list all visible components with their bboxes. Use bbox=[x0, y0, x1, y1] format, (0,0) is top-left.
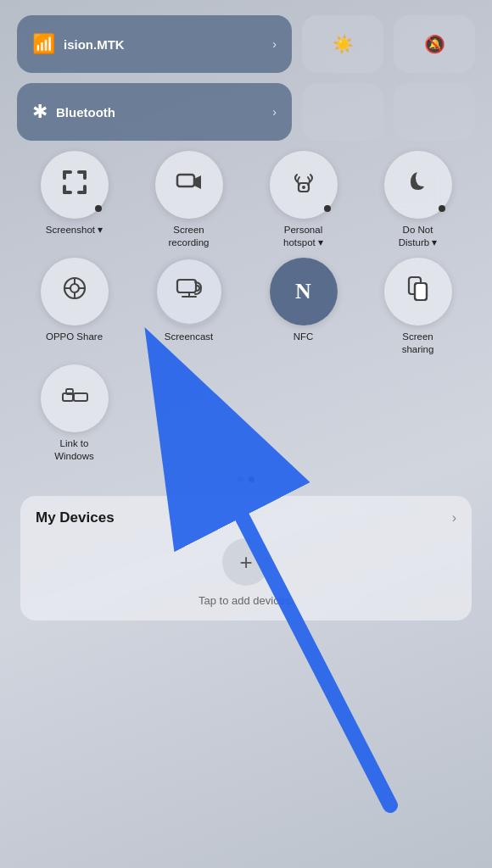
moon-icon bbox=[405, 170, 431, 201]
bluetooth-tile[interactable]: ✱ Bluetooth › bbox=[17, 83, 292, 141]
add-device-button[interactable]: + bbox=[222, 538, 270, 586]
svg-rect-25 bbox=[66, 389, 73, 394]
grid-item-screen-sharing: Screensharing bbox=[364, 258, 472, 356]
bluetooth-label: Bluetooth bbox=[56, 105, 264, 120]
grid-item-dnd: Do NotDisturb ▾ bbox=[364, 151, 472, 249]
brightness-icon: ☀️ bbox=[333, 34, 354, 54]
wifi-label: ision.MTK bbox=[64, 37, 264, 52]
grid-item-screenshot: Screenshot ▾ bbox=[20, 151, 128, 249]
wifi-icon: 📶 bbox=[32, 33, 55, 55]
grid-item-link-windows: Link toWindows bbox=[20, 364, 128, 463]
do-not-disturb-button[interactable] bbox=[384, 151, 452, 219]
grid-item-screencast: Screencast bbox=[135, 258, 243, 356]
bluetooth-chevron: › bbox=[272, 105, 277, 119]
plus-icon: + bbox=[239, 551, 252, 573]
controls-grid: Screenshot ▾ Screenrecording bbox=[17, 151, 475, 463]
screencast-label: Screencast bbox=[165, 331, 214, 343]
pagination bbox=[17, 473, 475, 486]
dnd-label: Do NotDisturb ▾ bbox=[399, 224, 438, 249]
oppo-share-icon bbox=[60, 274, 89, 309]
top-row: 📶 ision.MTK › ☀️ 🔕 bbox=[17, 15, 475, 73]
bell-slash-icon: 🔕 bbox=[424, 34, 445, 54]
add-device-label: Tap to add devices. bbox=[36, 594, 456, 607]
screenshot-icon bbox=[60, 168, 89, 203]
wifi-chevron: › bbox=[272, 37, 277, 51]
oppo-share-label: OPPO Share bbox=[46, 331, 103, 343]
devices-chevron[interactable]: › bbox=[452, 510, 456, 526]
screencast-button[interactable] bbox=[155, 258, 223, 326]
brightness-tile[interactable]: ☀️ bbox=[302, 15, 383, 73]
bluetooth-row: ✱ Bluetooth › bbox=[17, 83, 475, 141]
svg-rect-5 bbox=[63, 185, 66, 194]
svg-rect-8 bbox=[177, 175, 194, 186]
empty-tile-2 bbox=[394, 83, 475, 141]
link-to-windows-icon bbox=[60, 381, 89, 415]
hotspot-label: Personalhotspot ▾ bbox=[283, 224, 323, 249]
empty-tile-1 bbox=[302, 83, 383, 141]
bluetooth-icon: ✱ bbox=[32, 101, 48, 123]
svg-rect-1 bbox=[63, 170, 66, 180]
devices-title: My Devices bbox=[36, 509, 115, 526]
wifi-tile[interactable]: 📶 ision.MTK › bbox=[17, 15, 292, 73]
screenshot-label: Screenshot ▾ bbox=[46, 224, 103, 236]
svg-rect-23 bbox=[74, 393, 87, 401]
screenshot-badge bbox=[95, 205, 102, 212]
svg-rect-18 bbox=[177, 280, 196, 292]
screen-recording-icon bbox=[176, 169, 203, 202]
grid-item-screen-recording: Screenrecording bbox=[135, 151, 243, 249]
hotspot-badge bbox=[324, 205, 331, 212]
silent-tile[interactable]: 🔕 bbox=[394, 15, 475, 73]
grid-item-hotspot: Personalhotspot ▾ bbox=[249, 151, 357, 249]
svg-point-13 bbox=[70, 284, 79, 292]
dnd-badge bbox=[439, 205, 445, 212]
link-to-windows-button[interactable] bbox=[41, 364, 109, 432]
svg-rect-3 bbox=[83, 170, 87, 180]
hotspot-icon bbox=[289, 168, 318, 203]
screen-sharing-label: Screensharing bbox=[402, 331, 434, 356]
pagination-dot-2 bbox=[249, 476, 254, 482]
screen-sharing-button[interactable] bbox=[384, 258, 452, 326]
svg-point-11 bbox=[302, 186, 305, 189]
svg-rect-20 bbox=[415, 283, 427, 300]
oppo-share-button[interactable] bbox=[41, 258, 109, 326]
screencast-icon bbox=[175, 274, 204, 309]
nfc-icon: N bbox=[295, 279, 311, 304]
link-to-windows-label: Link toWindows bbox=[54, 437, 94, 463]
nfc-button[interactable]: N bbox=[270, 258, 338, 326]
screen-recording-label: Screenrecording bbox=[169, 224, 210, 249]
devices-header: My Devices › bbox=[36, 509, 456, 526]
screen-recording-button[interactable] bbox=[155, 151, 223, 219]
personal-hotspot-button[interactable] bbox=[270, 151, 338, 219]
screen-sharing-icon bbox=[405, 275, 432, 308]
pagination-dot-1 bbox=[238, 476, 243, 482]
grid-item-nfc: N NFC bbox=[249, 258, 357, 356]
screenshot-button[interactable] bbox=[41, 151, 109, 219]
grid-item-oppo-share: OPPO Share bbox=[20, 258, 128, 356]
svg-rect-7 bbox=[83, 185, 87, 194]
my-devices-section: My Devices › + Tap to add devices. bbox=[20, 496, 472, 620]
nfc-label: NFC bbox=[294, 331, 314, 343]
